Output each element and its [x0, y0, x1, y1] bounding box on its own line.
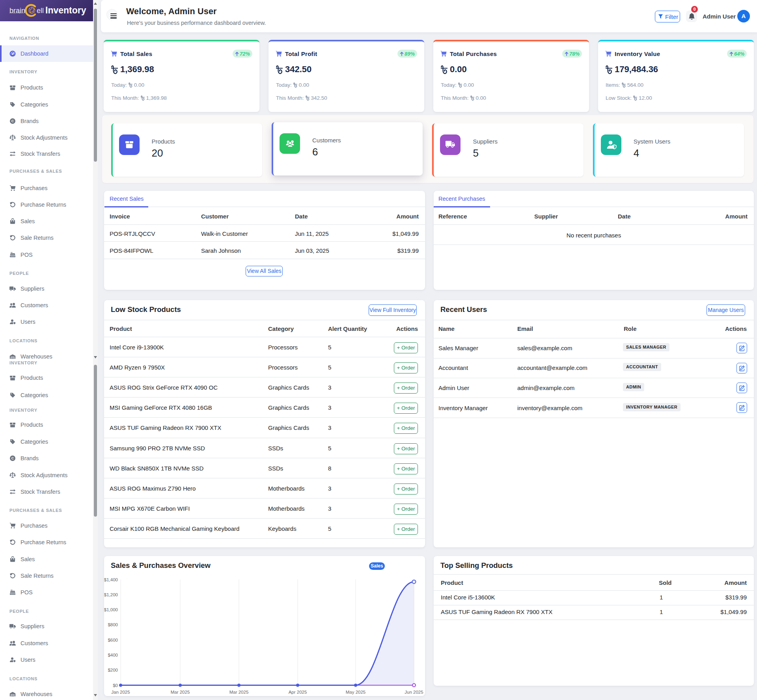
svg-text:$0: $0: [113, 683, 118, 688]
svg-text:May 2025: May 2025: [346, 690, 366, 694]
svg-text:Mar 2025: Mar 2025: [229, 690, 249, 694]
svg-text:C: C: [11, 119, 14, 123]
svg-text:$600: $600: [108, 638, 118, 642]
svg-text:$800: $800: [108, 622, 118, 627]
svg-text:Mar 2025: Mar 2025: [171, 690, 190, 694]
svg-text:$400: $400: [108, 653, 118, 657]
svg-text:Jun 2025: Jun 2025: [405, 690, 423, 694]
svg-text:Jan 2025: Jan 2025: [111, 690, 130, 694]
svg-text:$200: $200: [108, 668, 118, 672]
svg-text:Apr 2025: Apr 2025: [289, 690, 307, 694]
svg-text:C: C: [11, 456, 14, 460]
